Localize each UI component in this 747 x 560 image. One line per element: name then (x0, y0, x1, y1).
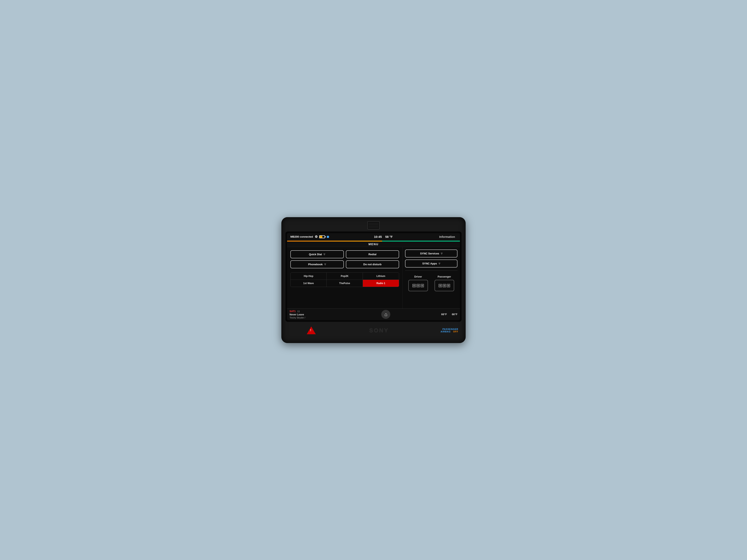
connection-label: MB200 connected (290, 235, 313, 238)
passenger-airbag-line1: PASSENGER (440, 328, 458, 330)
sync-apps-button[interactable]: SYNC Apps ▽ (405, 260, 458, 268)
driver-seat-icon: ⊞⊞⊞ (412, 283, 424, 288)
hazard-triangle-icon[interactable] (307, 326, 316, 334)
temperature-display: 58 °F (385, 235, 392, 238)
right-panel: SYNC Services ▽ SYNC Apps ▽ Driver (403, 247, 460, 309)
driver-label: Driver (414, 275, 422, 278)
main-content: Quick Dial ▽ Redial Phonebook ▽ Do not d… (287, 247, 460, 309)
sony-area: SONY (317, 327, 440, 334)
car-infotainment-unit: MB200 connected ⚙ ⬢ 10:45 58 °F Informat… (281, 217, 466, 343)
sat-label: SAT1 (289, 310, 296, 313)
phonebook-dropdown-icon: ▽ (324, 263, 326, 265)
bluetooth-icon: ⬢ (327, 235, 329, 238)
radio-grid: Hip-Hop Pop2K Lithium 1st Wave ThePulse … (290, 272, 399, 287)
radio-cell-thepulse[interactable]: ThePulse (327, 280, 363, 287)
settings-icon: ⚙ (315, 235, 317, 239)
passenger-label: Passenger (438, 275, 451, 278)
home-button-area[interactable]: ⌂ (331, 310, 441, 319)
air-vent-top (367, 221, 380, 230)
home-icon[interactable]: ⌂ (381, 310, 390, 319)
status-bar: MB200 connected ⚙ ⬢ 10:45 58 °F Informat… (287, 233, 460, 241)
radio-cell-1st-wave[interactable]: 1st Wave (290, 280, 327, 287)
radio-cell-pop2k[interactable]: Pop2K (327, 273, 363, 280)
menu-title: MENU (368, 243, 379, 246)
passenger-seat-icon: ⊞⊞⊞ (438, 283, 450, 288)
driver-seat-button[interactable]: ⊞⊞⊞ (408, 280, 428, 291)
driver-seat-item: Driver ⊞⊞⊞ (408, 275, 428, 291)
right-divider (405, 270, 458, 271)
battery-icon (319, 235, 325, 238)
screen-bezel: MB200 connected ⚙ ⬢ 10:45 58 °F Informat… (285, 232, 462, 322)
driver-temp: 66°F (441, 313, 447, 316)
passenger-seat-item: Passenger ⊞⊞⊞ (435, 275, 454, 291)
progress-orange (287, 241, 382, 242)
bottom-left: SAT1 11 Never Leave Tinchy Stryder / (289, 310, 331, 319)
sync-services-dropdown-icon: ▽ (441, 252, 442, 255)
sony-label: SONY (369, 327, 389, 334)
passenger-airbag-info: PASSENGER AIRBAG OFF (440, 328, 458, 333)
sync-services-button[interactable]: SYNC Services ▽ (405, 249, 458, 258)
time-display: 10:45 (374, 235, 382, 238)
seat-section: Driver ⊞⊞⊞ Passenger ⊞⊞⊞ (405, 273, 458, 291)
now-playing: Never Leave (289, 313, 331, 316)
battery-fill (320, 236, 322, 238)
below-screen: SONY PASSENGER AIRBAG OFF (285, 322, 462, 339)
sat-channel: 11 (297, 310, 300, 313)
radio-cell-hip-hop[interactable]: Hip-Hop (290, 273, 327, 280)
passenger-temp: 66°F (452, 313, 458, 316)
left-panel: Quick Dial ▽ Redial Phonebook ▽ Do not d… (287, 247, 403, 309)
radio-cell-radio1[interactable]: Radio 1 (363, 280, 399, 287)
phone-buttons: Quick Dial ▽ Redial Phonebook ▽ Do not d… (290, 250, 399, 268)
bottom-bar: SAT1 11 Never Leave Tinchy Stryder / ⌂ 6… (287, 309, 460, 320)
passenger-airbag-line2: AIRBAG OFF (440, 330, 458, 333)
quick-dial-dropdown-icon: ▽ (324, 253, 325, 256)
top-right-area: Information (438, 234, 457, 239)
do-not-disturb-button[interactable]: Do not disturb (346, 260, 399, 268)
quick-dial-button[interactable]: Quick Dial ▽ (290, 250, 344, 258)
main-screen: MB200 connected ⚙ ⬢ 10:45 58 °F Informat… (287, 233, 460, 320)
sync-buttons: SYNC Services ▽ SYNC Apps ▽ (405, 249, 458, 268)
bottom-right: 66°F 66°F (441, 313, 458, 316)
status-center: 10:45 58 °F (374, 235, 392, 238)
phonebook-button[interactable]: Phonebook ▽ (290, 260, 344, 268)
artist: Tinchy Stryder / (289, 316, 331, 319)
progress-teal (382, 241, 460, 242)
redial-button[interactable]: Redial (346, 250, 399, 258)
passenger-seat-button[interactable]: ⊞⊞⊞ (435, 280, 454, 291)
sync-apps-dropdown-icon: ▽ (439, 262, 440, 265)
progress-bar-row (287, 241, 460, 242)
airbag-status: OFF (453, 330, 458, 333)
information-tab[interactable]: Information (438, 234, 457, 239)
hazard-button[interactable] (305, 324, 317, 337)
radio-cell-lithium[interactable]: Lithium (363, 273, 399, 280)
sat-info: SAT1 11 (289, 310, 331, 313)
menu-title-row: MENU (287, 242, 460, 247)
status-left: MB200 connected ⚙ ⬢ (290, 235, 329, 239)
